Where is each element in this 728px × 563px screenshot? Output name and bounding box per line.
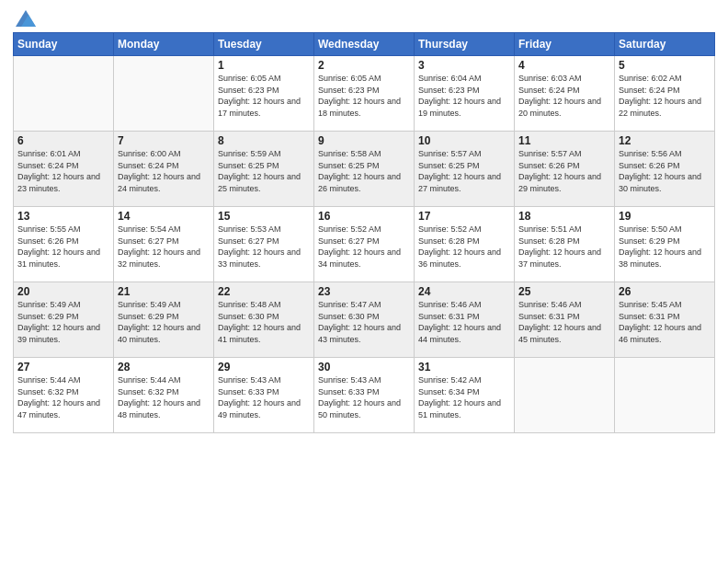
day-number: 10 [418,134,510,147]
day-info: Sunrise: 5:48 AM Sunset: 6:30 PM Dayligh… [218,300,301,344]
day-number: 21 [118,285,210,298]
calendar-cell: 29Sunrise: 5:43 AM Sunset: 6:33 PM Dayli… [214,358,314,433]
day-number: 6 [17,134,109,147]
day-info: Sunrise: 5:55 AM Sunset: 6:26 PM Dayligh… [17,224,100,269]
calendar-cell: 7Sunrise: 6:00 AM Sunset: 6:24 PM Daylig… [114,132,214,207]
calendar-cell: 15Sunrise: 5:53 AM Sunset: 6:27 PM Dayli… [214,207,314,282]
day-number: 30 [318,361,410,373]
day-number: 28 [118,361,210,373]
day-info: Sunrise: 5:43 AM Sunset: 6:33 PM Dayligh… [218,375,301,419]
calendar-week-row: 13Sunrise: 5:55 AM Sunset: 6:26 PM Dayli… [14,207,715,282]
day-number: 16 [318,210,410,223]
calendar-cell: 2Sunrise: 6:05 AM Sunset: 6:23 PM Daylig… [314,56,415,132]
page: Sunday Monday Tuesday Wednesday Thursday… [0,0,728,563]
day-info: Sunrise: 5:57 AM Sunset: 6:26 PM Dayligh… [518,149,601,193]
day-info: Sunrise: 6:03 AM Sunset: 6:24 PM Dayligh… [518,74,601,118]
calendar-cell: 17Sunrise: 5:52 AM Sunset: 6:28 PM Dayli… [415,207,515,282]
calendar-week-row: 6Sunrise: 6:01 AM Sunset: 6:24 PM Daylig… [14,132,715,207]
day-info: Sunrise: 6:05 AM Sunset: 6:23 PM Dayligh… [318,74,401,118]
calendar-table: Sunday Monday Tuesday Wednesday Thursday… [13,32,715,433]
day-number: 2 [318,59,410,72]
day-info: Sunrise: 5:42 AM Sunset: 6:34 PM Dayligh… [418,375,501,419]
day-info: Sunrise: 5:59 AM Sunset: 6:25 PM Dayligh… [218,149,301,193]
day-number: 3 [418,59,510,72]
header-friday: Friday [515,33,615,56]
day-number: 25 [518,285,610,298]
calendar-cell: 19Sunrise: 5:50 AM Sunset: 6:29 PM Dayli… [615,207,715,282]
calendar-cell: 8Sunrise: 5:59 AM Sunset: 6:25 PM Daylig… [214,132,314,207]
day-number: 1 [218,59,310,72]
calendar-week-row: 27Sunrise: 5:44 AM Sunset: 6:32 PM Dayli… [14,358,715,433]
day-number: 19 [619,210,711,223]
day-number: 15 [218,210,310,223]
calendar-cell: 16Sunrise: 5:52 AM Sunset: 6:27 PM Dayli… [314,207,415,282]
calendar-cell: 13Sunrise: 5:55 AM Sunset: 6:26 PM Dayli… [14,207,114,282]
calendar-cell: 24Sunrise: 5:46 AM Sunset: 6:31 PM Dayli… [415,282,515,358]
calendar-cell: 31Sunrise: 5:42 AM Sunset: 6:34 PM Dayli… [415,358,515,433]
day-number: 20 [17,285,109,298]
day-info: Sunrise: 5:46 AM Sunset: 6:31 PM Dayligh… [518,300,601,344]
day-number: 7 [118,134,210,147]
day-info: Sunrise: 5:54 AM Sunset: 6:27 PM Dayligh… [118,224,200,269]
weekday-header-row: Sunday Monday Tuesday Wednesday Thursday… [14,33,715,56]
calendar-cell: 3Sunrise: 6:04 AM Sunset: 6:23 PM Daylig… [415,56,515,132]
header-tuesday: Tuesday [214,33,314,56]
day-number: 29 [218,361,310,373]
calendar-cell [14,56,114,132]
calendar-cell: 26Sunrise: 5:45 AM Sunset: 6:31 PM Dayli… [615,282,715,358]
day-number: 9 [318,134,410,147]
calendar-cell: 27Sunrise: 5:44 AM Sunset: 6:32 PM Dayli… [14,358,114,433]
day-number: 11 [518,134,610,147]
day-number: 14 [118,210,210,223]
calendar-week-row: 1Sunrise: 6:05 AM Sunset: 6:23 PM Daylig… [14,56,715,132]
calendar-week-row: 20Sunrise: 5:49 AM Sunset: 6:29 PM Dayli… [14,282,715,358]
calendar-cell: 1Sunrise: 6:05 AM Sunset: 6:23 PM Daylig… [214,56,314,132]
day-number: 27 [17,361,109,373]
day-number: 18 [518,210,610,223]
header-wednesday: Wednesday [314,33,415,56]
day-info: Sunrise: 5:51 AM Sunset: 6:28 PM Dayligh… [518,224,601,269]
header-thursday: Thursday [415,33,515,56]
calendar-cell [114,56,214,132]
day-info: Sunrise: 6:02 AM Sunset: 6:24 PM Dayligh… [619,74,701,118]
header [13,9,715,27]
day-info: Sunrise: 5:56 AM Sunset: 6:26 PM Dayligh… [619,149,701,193]
day-info: Sunrise: 5:58 AM Sunset: 6:25 PM Dayligh… [318,149,401,193]
calendar-cell: 30Sunrise: 5:43 AM Sunset: 6:33 PM Dayli… [314,358,415,433]
day-info: Sunrise: 6:00 AM Sunset: 6:24 PM Dayligh… [118,149,200,193]
calendar-cell: 25Sunrise: 5:46 AM Sunset: 6:31 PM Dayli… [515,282,615,358]
calendar-cell [615,358,715,433]
day-number: 22 [218,285,310,298]
day-number: 26 [619,285,711,298]
calendar-cell: 11Sunrise: 5:57 AM Sunset: 6:26 PM Dayli… [515,132,615,207]
calendar-cell: 6Sunrise: 6:01 AM Sunset: 6:24 PM Daylig… [14,132,114,207]
day-number: 17 [418,210,510,223]
calendar-cell: 5Sunrise: 6:02 AM Sunset: 6:24 PM Daylig… [615,56,715,132]
day-info: Sunrise: 5:49 AM Sunset: 6:29 PM Dayligh… [118,300,200,344]
day-info: Sunrise: 5:44 AM Sunset: 6:32 PM Dayligh… [118,375,200,419]
day-info: Sunrise: 5:52 AM Sunset: 6:27 PM Dayligh… [318,224,401,269]
calendar-cell: 9Sunrise: 5:58 AM Sunset: 6:25 PM Daylig… [314,132,415,207]
calendar-cell: 14Sunrise: 5:54 AM Sunset: 6:27 PM Dayli… [114,207,214,282]
calendar-cell [515,358,615,433]
day-info: Sunrise: 5:44 AM Sunset: 6:32 PM Dayligh… [17,375,100,419]
logo-icon [16,10,36,27]
day-info: Sunrise: 5:43 AM Sunset: 6:33 PM Dayligh… [318,375,401,419]
day-number: 5 [619,59,711,72]
day-info: Sunrise: 5:46 AM Sunset: 6:31 PM Dayligh… [418,300,501,344]
calendar-cell: 4Sunrise: 6:03 AM Sunset: 6:24 PM Daylig… [515,56,615,132]
day-info: Sunrise: 5:45 AM Sunset: 6:31 PM Dayligh… [619,300,701,344]
calendar-cell: 28Sunrise: 5:44 AM Sunset: 6:32 PM Dayli… [114,358,214,433]
calendar-cell: 22Sunrise: 5:48 AM Sunset: 6:30 PM Dayli… [214,282,314,358]
day-info: Sunrise: 6:05 AM Sunset: 6:23 PM Dayligh… [218,74,301,118]
calendar-cell: 10Sunrise: 5:57 AM Sunset: 6:25 PM Dayli… [415,132,515,207]
calendar-cell: 12Sunrise: 5:56 AM Sunset: 6:26 PM Dayli… [615,132,715,207]
calendar-cell: 21Sunrise: 5:49 AM Sunset: 6:29 PM Dayli… [114,282,214,358]
logo [13,9,36,27]
day-info: Sunrise: 5:50 AM Sunset: 6:29 PM Dayligh… [619,224,701,269]
day-number: 23 [318,285,410,298]
day-number: 4 [518,59,610,72]
day-number: 12 [619,134,711,147]
day-info: Sunrise: 5:47 AM Sunset: 6:30 PM Dayligh… [318,300,401,344]
calendar-cell: 20Sunrise: 5:49 AM Sunset: 6:29 PM Dayli… [14,282,114,358]
